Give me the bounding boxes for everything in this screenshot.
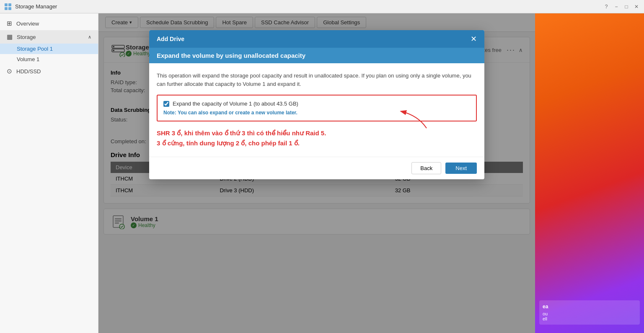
window-controls: ? − □ ✕ <box>603 3 640 10</box>
expand-checkbox-label: Expand the capacity of Volume 1 (to abou… <box>173 101 298 107</box>
next-button[interactable]: Next <box>445 163 477 174</box>
sidebar-item-overview-label: Overview <box>16 21 39 27</box>
svg-rect-1 <box>8 3 11 6</box>
back-button[interactable]: Back <box>411 162 441 174</box>
app-title: Storage Manager <box>15 3 603 10</box>
modal-overlay: Add Drive ✕ Expand the volume by using u… <box>98 13 535 333</box>
modal-footer: Back Next <box>149 157 484 179</box>
modal-body: This operation will expand the storage p… <box>149 63 484 157</box>
sidebar-item-hdd-ssd[interactable]: ⊙ HDD/SSD <box>0 65 98 78</box>
note-label: Note: <box>163 110 176 116</box>
app-container: ⊞ Overview ▦ Storage ∧ Storage Pool 1 Vo… <box>0 13 644 333</box>
title-bar: Storage Manager ? − □ ✕ <box>0 0 644 13</box>
overview-icon: ⊞ <box>7 20 12 27</box>
main-content: Create Schedule Data Scrubbing Hot Spare… <box>98 13 535 333</box>
svg-rect-0 <box>5 3 8 6</box>
modal-close-button[interactable]: ✕ <box>471 35 477 43</box>
sidebar-item-storage-pool[interactable]: Storage Pool 1 <box>0 44 98 54</box>
sidebar-item-overview[interactable]: ⊞ Overview <box>0 17 98 30</box>
expand-volume-checkbox[interactable] <box>163 101 169 107</box>
storage-expand-icon: ∧ <box>88 34 91 40</box>
expand-checkbox-row: Expand the capacity of Volume 1 (to abou… <box>163 101 470 107</box>
annotation-arrow <box>393 107 443 132</box>
maximize-btn[interactable]: □ <box>623 3 630 10</box>
sidebar-item-storage[interactable]: ▦ Storage ∧ <box>0 30 98 44</box>
sidebar-item-storage-label: Storage <box>17 34 36 40</box>
modal-description: This operation will expand the storage p… <box>157 72 477 88</box>
modal-header-title: Add Drive <box>157 36 184 42</box>
sidebar-hdd-label: HDD/SSD <box>16 68 41 75</box>
app-icon <box>4 3 12 10</box>
sidebar-panel: ea ouell <box>539 300 640 325</box>
sidebar-item-volume[interactable]: Volume 1 <box>0 54 98 65</box>
modal-header: Add Drive ✕ <box>149 30 484 48</box>
background-image: ea ouell <box>535 13 644 333</box>
panel-subtext: ouell <box>543 311 636 321</box>
sidebar: ⊞ Overview ▦ Storage ∧ Storage Pool 1 Vo… <box>0 13 98 333</box>
storage-icon: ▦ <box>7 33 13 41</box>
svg-rect-2 <box>5 7 8 10</box>
minimize-btn[interactable]: − <box>613 3 620 10</box>
hdd-icon: ⊙ <box>7 67 12 75</box>
panel-text: ea <box>543 304 636 310</box>
close-btn[interactable]: ✕ <box>633 3 640 10</box>
add-drive-modal: Add Drive ✕ Expand the volume by using u… <box>149 30 484 179</box>
sidebar-storage-pool-label: Storage Pool 1 <box>17 46 53 52</box>
annotation-area: SHR 3 ổ, khi thêm vào ổ thứ 3 thì có thể… <box>157 128 477 148</box>
sidebar-volume-label: Volume 1 <box>17 56 39 62</box>
modal-note: Note: You can also expand or create a ne… <box>163 110 297 116</box>
help-btn[interactable]: ? <box>603 3 610 10</box>
svg-rect-3 <box>8 7 11 10</box>
modal-subtitle: Expand the volume by using unallocated c… <box>149 48 484 63</box>
note-text: You can also expand or create a new volu… <box>178 110 297 116</box>
